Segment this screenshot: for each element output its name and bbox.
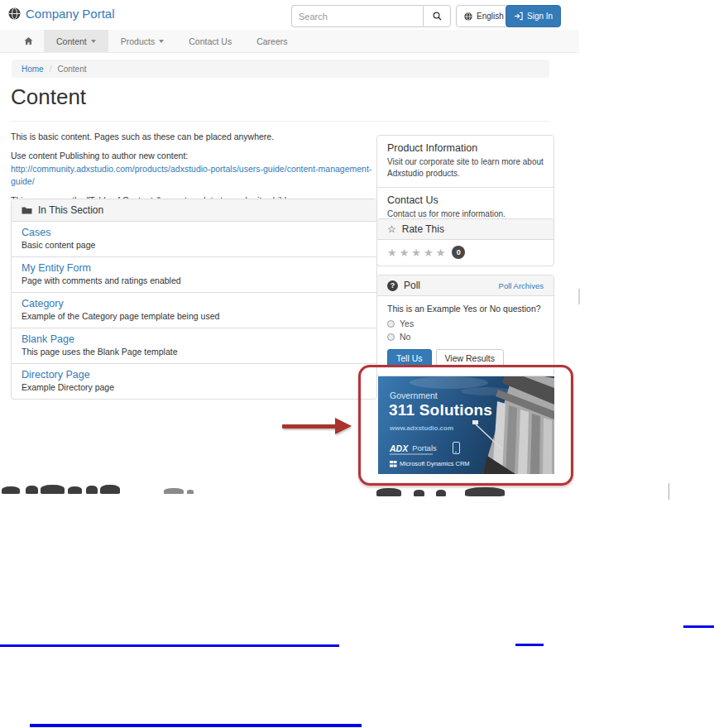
- cursor-artifact: [578, 289, 580, 304]
- clipped-footer-glyph: [68, 486, 82, 494]
- section-item-link[interactable]: Cases: [22, 227, 367, 238]
- language-label: English: [477, 12, 504, 21]
- clipped-footer-glyph: [465, 487, 505, 496]
- section-item-blank-page[interactable]: Blank Page This page uses the Blank Page…: [12, 328, 376, 363]
- rating-count-badge: 0: [452, 246, 465, 259]
- section-item-description: Example of the Category page template be…: [22, 311, 367, 321]
- poll-panel: Poll Poll Archives This is an Example Ye…: [376, 275, 554, 376]
- nav-item-contact-us[interactable]: Contact Us: [176, 30, 244, 52]
- section-item-description: Example Directory page: [22, 382, 367, 392]
- poll-archives-link[interactable]: Poll Archives: [499, 281, 544, 290]
- search-group: [291, 5, 451, 27]
- hyperlink-underline-artifact: [683, 625, 714, 628]
- clipped-footer-glyph: [436, 490, 446, 496]
- brand-name: Company Portal: [26, 7, 115, 21]
- clipped-footer-glyph: [2, 486, 20, 494]
- product-information-item[interactable]: Product Information Visit our corporate …: [377, 136, 553, 187]
- section-item-directory-page[interactable]: Directory Page Example Directory page: [12, 363, 376, 399]
- clipped-footer-glyph: [414, 490, 424, 496]
- breadcrumb: Home / Content: [12, 60, 549, 78]
- clipped-footer-glyph: [100, 485, 120, 494]
- rating-star-1[interactable]: [387, 247, 397, 258]
- in-this-section-title: In This Section: [38, 204, 103, 216]
- red-annotation-arrow: [282, 424, 337, 429]
- rating-star-5[interactable]: [436, 247, 446, 258]
- poll-option-yes[interactable]: Yes: [387, 318, 544, 328]
- section-item-link[interactable]: Blank Page: [22, 333, 367, 345]
- rate-this-panel: Rate This 0: [376, 218, 554, 266]
- section-item-description: Basic content page: [22, 240, 367, 250]
- section-item-description: Page with comments and ratings enabled: [22, 275, 367, 285]
- radio-icon[interactable]: [387, 320, 395, 328]
- smartphone-icon: [453, 442, 460, 454]
- page-title: Content: [11, 84, 86, 110]
- in-this-section-header: In This Section: [12, 199, 376, 222]
- poll-buttons: Tell Us View Results: [387, 349, 544, 367]
- section-item-link[interactable]: My Entity Form: [22, 262, 367, 274]
- section-item-category[interactable]: Category Example of the Category page te…: [12, 292, 376, 328]
- sign-in-icon: [514, 12, 523, 21]
- section-item-my-entity-form[interactable]: My Entity Form Page with comments and ra…: [12, 256, 376, 292]
- info-item-description: Visit our corporate site to learn more a…: [387, 156, 544, 180]
- info-item-title: Contact Us: [387, 194, 544, 206]
- poll-body: This is an Example Yes or No question? Y…: [377, 296, 553, 376]
- tell-us-button[interactable]: Tell Us: [387, 349, 432, 367]
- banner-website: www.adxstudio.com: [390, 424, 453, 432]
- breadcrumb-current: Content: [57, 65, 86, 74]
- nav-item-products[interactable]: Products: [108, 30, 176, 52]
- section-item-link[interactable]: Directory Page: [22, 369, 367, 381]
- view-results-button[interactable]: View Results: [436, 349, 505, 367]
- rating-star-2[interactable]: [400, 247, 410, 258]
- intro-paragraph-2: Use content Publishing to author new con…: [11, 150, 385, 189]
- hyperlink-underline-artifact: [0, 644, 339, 647]
- nav-item-label: Content: [56, 36, 87, 46]
- clipped-footer-glyph: [26, 486, 38, 494]
- section-item-link[interactable]: Category: [22, 298, 367, 309]
- nav-item-careers[interactable]: Careers: [244, 30, 299, 52]
- nav-item-label: Products: [121, 36, 155, 46]
- home-icon: [24, 36, 33, 46]
- intro-paragraph-1: This is basic content. Pages such as the…: [11, 131, 385, 144]
- adx-logo: ADX: [390, 443, 408, 453]
- poll-title: Poll: [404, 280, 420, 291]
- breadcrumb-home-link[interactable]: Home: [22, 65, 44, 74]
- logo-tagline-mark: [390, 453, 433, 455]
- rating-star-3[interactable]: [411, 247, 421, 258]
- search-button[interactable]: [423, 5, 451, 27]
- nav-home[interactable]: [13, 30, 44, 52]
- hyperlink-underline-artifact: [30, 724, 362, 727]
- windows-flag-icon: [390, 461, 396, 467]
- poll-question: This is an Example Yes or No question?: [387, 304, 544, 314]
- sign-in-button[interactable]: Sign In: [506, 5, 561, 27]
- radio-icon[interactable]: [387, 333, 395, 341]
- title-divider: [11, 121, 549, 122]
- hyperlink-underline-artifact: [515, 644, 544, 646]
- banner-crm-row: Microsoft Dynamics CRM: [390, 460, 470, 467]
- brand-logo[interactable]: Company Portal: [8, 7, 115, 21]
- clipped-footer-glyph: [376, 488, 401, 496]
- search-input[interactable]: [291, 5, 423, 27]
- banner-eyebrow: Government: [390, 390, 438, 400]
- nav-item-content[interactable]: Content: [44, 30, 108, 52]
- main-navbar: Content Products Contact Us Careers: [0, 30, 579, 53]
- star-outline-icon: [387, 223, 396, 235]
- poll-option-label: No: [400, 332, 410, 342]
- rate-this-header: Rate This: [377, 219, 553, 240]
- chevron-down-icon: [159, 40, 164, 43]
- globe-icon: [464, 12, 472, 21]
- question-circle-icon: [387, 280, 398, 291]
- info-panel: Product Information Visit our corporate …: [376, 135, 554, 228]
- banner-logo-row: ADX Portals: [390, 442, 460, 454]
- nav-item-label: Careers: [256, 36, 287, 46]
- clipped-footer-glyph: [164, 488, 184, 494]
- poll-option-no[interactable]: No: [387, 332, 544, 342]
- clipped-footer-glyph: [187, 490, 194, 494]
- government-311-banner[interactable]: Government 311 Solutions www.adxstudio.c…: [378, 376, 554, 474]
- red-annotation-arrowhead: [335, 418, 352, 434]
- content-guide-link[interactable]: http://community.adxstudio.com/products/…: [11, 164, 371, 187]
- clipped-edge-line: [668, 483, 669, 500]
- rate-this-title: Rate This: [402, 223, 444, 235]
- rating-star-4[interactable]: [424, 247, 434, 258]
- section-item-cases[interactable]: Cases Basic content page: [12, 222, 376, 256]
- banner-title: 311 Solutions: [389, 401, 492, 419]
